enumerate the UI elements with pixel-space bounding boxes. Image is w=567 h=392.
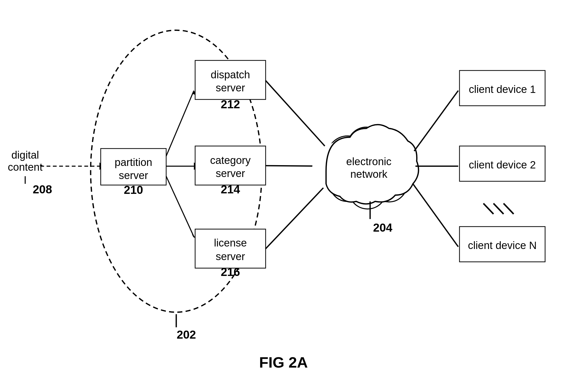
digital-content-ref: 208 xyxy=(33,183,52,196)
line-network-client1 xyxy=(414,91,458,151)
electronic-network-label1: electronic xyxy=(346,156,392,167)
category-server-label2: server xyxy=(216,167,245,179)
diagram-container: digital content 208 partition server 210… xyxy=(0,0,567,392)
license-server-label2: server xyxy=(216,251,245,262)
category-server-label1: category xyxy=(210,154,251,166)
arrow-partition-dispatch xyxy=(166,91,194,156)
ellipsis-line1 xyxy=(483,203,493,214)
license-server-ref: 216 xyxy=(221,265,240,278)
electronic-network-label2: network xyxy=(350,168,387,180)
fig-label: FIG 2A xyxy=(259,354,308,371)
line-dispatch-network xyxy=(266,81,325,146)
partition-server-label1: partition xyxy=(115,156,152,168)
digital-content-label2: content xyxy=(8,161,43,173)
dispatch-server-ref: 212 xyxy=(221,98,240,111)
arrow-partition-license xyxy=(166,176,194,237)
dispatch-server-label1: dispatch xyxy=(211,69,250,81)
ellipsis-line3 xyxy=(504,203,514,214)
digital-content-label1: digital xyxy=(11,149,39,161)
dispatch-server-label2: server xyxy=(216,82,245,94)
license-server-label1: license xyxy=(214,237,247,249)
network-ref: 204 xyxy=(373,221,393,234)
client-device-n-label: client device N xyxy=(468,239,537,251)
line-license-network xyxy=(266,186,325,249)
line-network-clientn xyxy=(413,184,458,247)
client-device-2-label: client device 2 xyxy=(469,159,536,171)
category-server-ref: 214 xyxy=(221,183,240,196)
ellipsis-line2 xyxy=(493,203,504,214)
partition-server-label2: server xyxy=(119,169,148,181)
partition-server-ref: 210 xyxy=(124,183,143,196)
ref202-label: 202 xyxy=(177,328,196,341)
client-device-1-label: client device 1 xyxy=(469,83,536,95)
